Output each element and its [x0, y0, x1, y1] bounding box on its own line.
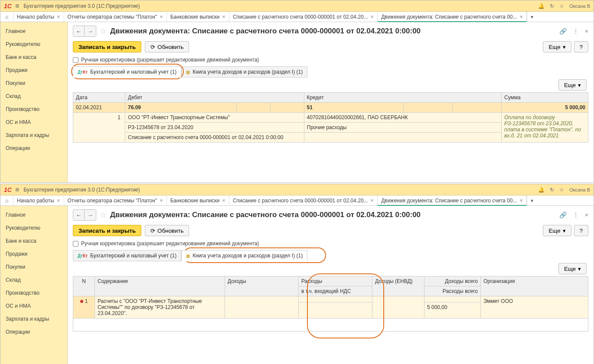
manual-edit-checkbox[interactable] [73, 57, 78, 63]
sidebar-item-main[interactable]: Главное [0, 25, 67, 38]
app-title: Бухгалтерия предприятия 3.0 (1С:Предприя… [23, 3, 538, 9]
bell-icon[interactable]: 🔔 [538, 187, 545, 193]
app-title: Бухгалтерия предприятия 3.0 (1С:Предприя… [23, 187, 538, 193]
user-name[interactable]: Оксана В [569, 3, 590, 9]
nav-fwd-button[interactable]: → [85, 210, 96, 220]
logo-1c: 1C [4, 186, 12, 193]
help-button[interactable]: ? [574, 225, 588, 236]
table-row[interactable]: 1 ООО "РТ-Инвест Транспортные Системы" 4… [73, 113, 588, 123]
table-row[interactable]: 02.04.2021 76.09 51 5 000,00 [73, 103, 588, 113]
status-dot-icon [80, 300, 83, 303]
manual-edit-label: Ручная корректировка (разрешает редактир… [81, 240, 259, 247]
inner-tab-accounting[interactable]: ДтКт Бухгалтерский и налоговый учет (1) [73, 66, 181, 78]
close-icon[interactable]: × [160, 13, 163, 20]
sidebar-item-sales[interactable]: Продажи [0, 64, 67, 77]
close-icon[interactable]: × [519, 13, 523, 20]
menu-icon[interactable]: ≡ [15, 186, 19, 194]
close-content-icon[interactable]: × [585, 28, 588, 35]
home-icon[interactable]: ⌂ [0, 12, 13, 22]
sidebar-item-prod[interactable]: Производство [0, 286, 67, 299]
close-content-icon[interactable]: × [585, 211, 588, 218]
sidebar-item-ops[interactable]: Операции [0, 142, 67, 155]
star-icon[interactable]: ☆ [559, 3, 564, 9]
menu-icon[interactable]: ≡ [15, 2, 19, 10]
sidebar-item-hr[interactable]: Зарплата и кадры [0, 312, 67, 325]
user-name[interactable]: Оксана В [569, 187, 590, 192]
help-button[interactable]: ? [574, 41, 588, 52]
bell-icon[interactable]: 🔔 [538, 3, 545, 9]
link-icon[interactable]: 🔗 [559, 28, 567, 35]
table-row-empty [73, 318, 588, 332]
table-more-button[interactable]: Еще ▾ [558, 263, 587, 274]
inner-tab-accounting[interactable]: ДтКт Бухгалтерский и налоговый учет (1) [73, 250, 181, 261]
sidebar-item-stock[interactable]: Склад [0, 90, 67, 103]
sidebar-item-mgmt[interactable]: Руководителю [0, 221, 67, 234]
sidebar-item-purch[interactable]: Покупки [0, 77, 67, 90]
sidebar-item-mgmt[interactable]: Руководителю [0, 38, 67, 51]
tab-bank-statements[interactable]: Банковские выписки× [167, 195, 229, 205]
close-icon[interactable]: × [57, 197, 60, 204]
refresh-button[interactable]: ⟳Обновить [145, 225, 189, 236]
more-button[interactable]: Еще ▾ [543, 225, 571, 236]
close-icon[interactable]: × [519, 197, 523, 204]
tab-writeoff[interactable]: Списание с расчетного счета 0000-000001 … [229, 195, 378, 205]
sidebar-item-stock[interactable]: Склад [0, 273, 67, 286]
col-debit: Дебет [125, 93, 304, 103]
col-expense: Расходы [299, 276, 372, 286]
close-icon[interactable]: × [57, 13, 60, 20]
inner-tab-kudir[interactable]: ▦ Книга учета доходов и расходов (раздел… [181, 250, 307, 261]
nav-fwd-button[interactable]: → [85, 26, 96, 36]
sidebar-item-bank[interactable]: Банк и касса [0, 234, 67, 247]
tab-start[interactable]: Начало работы× [13, 12, 64, 22]
more-button[interactable]: Еще ▾ [543, 41, 571, 52]
link-icon[interactable]: 🔗 [559, 211, 567, 218]
sidebar-item-purch[interactable]: Покупки [0, 260, 67, 273]
history-icon[interactable]: ↻ [550, 3, 554, 9]
tab-writeoff[interactable]: Списание с расчетного счета 0000-000001 … [229, 12, 378, 22]
col-sum: Сумма [502, 93, 588, 103]
table-row[interactable]: 1 Расчеты с "ООО "РТ-Инвест Транспортные… [73, 296, 588, 302]
star-icon[interactable]: ☆ [559, 187, 564, 193]
close-icon[interactable]: × [222, 13, 225, 20]
history-icon[interactable]: ↻ [550, 187, 554, 193]
col-income: Доходы [225, 276, 299, 296]
refresh-icon: ⟳ [150, 44, 155, 50]
nav-back-button[interactable]: ← [73, 210, 85, 220]
kebab-icon[interactable]: ⋮ [573, 28, 579, 35]
nav-back-button[interactable]: ← [73, 26, 85, 36]
sidebar-item-main[interactable]: Главное [0, 208, 67, 221]
save-close-button[interactable]: Записать и закрыть [73, 225, 141, 236]
col-org: Организация [481, 276, 588, 296]
tabs-dropdown-icon[interactable]: ▾ [527, 12, 537, 22]
col-income-total: Доходы всего [424, 276, 481, 286]
favorite-icon[interactable]: ☆ [100, 210, 107, 220]
sidebar-item-sales[interactable]: Продажи [0, 247, 67, 260]
chevron-down-icon: ▾ [563, 228, 566, 234]
close-icon[interactable]: × [371, 13, 374, 20]
sidebar-item-ops[interactable]: Операции [0, 325, 67, 338]
close-icon[interactable]: × [222, 197, 225, 204]
tab-bank-statements[interactable]: Банковские выписки× [167, 12, 229, 22]
tab-movements[interactable]: Движения документа: Списание с расчетног… [378, 12, 527, 22]
manual-edit-checkbox[interactable] [73, 241, 78, 247]
tab-start[interactable]: Начало работы× [13, 195, 64, 205]
home-icon[interactable]: ⌂ [0, 195, 13, 205]
sidebar-item-prod[interactable]: Производство [0, 103, 67, 116]
favorite-icon[interactable]: ☆ [100, 26, 107, 36]
sidebar-item-os[interactable]: ОС и НМА [0, 299, 67, 312]
close-icon[interactable]: × [371, 197, 374, 204]
tab-movements[interactable]: Движения документа: Списание с расчетног… [378, 195, 527, 205]
inner-tab-kudir[interactable]: ▦ Книга учета доходов и расходов (раздел… [181, 66, 307, 78]
sidebar-item-os[interactable]: ОС и НМА [0, 116, 67, 129]
kebab-icon[interactable]: ⋮ [573, 211, 579, 218]
logo-1c: 1C [4, 3, 12, 10]
sidebar-item-hr[interactable]: Зарплата и кадры [0, 129, 67, 142]
close-icon[interactable]: × [160, 197, 163, 204]
save-close-button[interactable]: Записать и закрыть [73, 41, 141, 52]
tab-platon-reports[interactable]: Отчеты оператора системы "Платон"× [64, 195, 167, 205]
tab-platon-reports[interactable]: Отчеты оператора системы "Платон"× [64, 12, 167, 22]
table-more-button[interactable]: Еще ▾ [558, 79, 587, 91]
refresh-button[interactable]: ⟳Обновить [145, 41, 189, 52]
tabs-dropdown-icon[interactable]: ▾ [527, 195, 537, 205]
sidebar-item-bank[interactable]: Банк и касса [0, 51, 67, 64]
